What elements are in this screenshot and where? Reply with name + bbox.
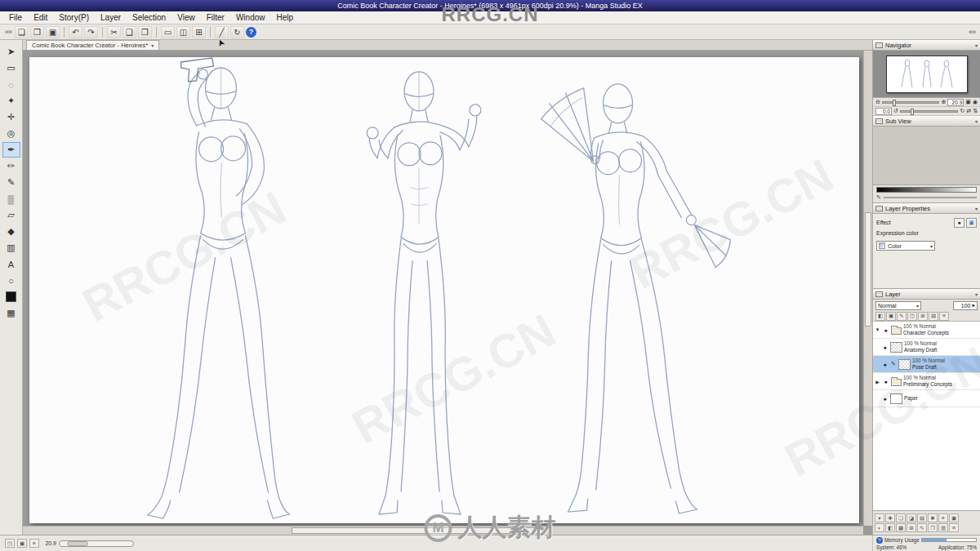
- snap-ruler-icon[interactable]: ▭: [161, 26, 175, 38]
- status-mode-icon[interactable]: ≡: [29, 539, 39, 548]
- visibility-eye-icon[interactable]: ●: [882, 379, 889, 384]
- visibility-eye-icon[interactable]: ●: [881, 396, 889, 402]
- enable-draft-icon[interactable]: ✎: [897, 312, 906, 321]
- visibility-eye-icon[interactable]: ●: [881, 344, 889, 350]
- navigator-zoom-slider[interactable]: [882, 101, 940, 104]
- cut-icon[interactable]: ✂: [107, 26, 121, 38]
- canvas-page[interactable]: [29, 57, 859, 523]
- visibility-eye-icon[interactable]: ●: [882, 327, 889, 333]
- navigator-menu-icon[interactable]: ▾: [975, 42, 978, 48]
- duplicate-icon[interactable]: ❐: [928, 523, 938, 532]
- vscroll-thumb[interactable]: [865, 212, 871, 327]
- canvas-area[interactable]: [23, 51, 872, 535]
- pattern-icon[interactable]: ▥: [938, 523, 948, 532]
- navigator-zoom-value[interactable]: 20.9: [947, 99, 964, 106]
- gradient-tool[interactable]: ▥: [2, 240, 20, 256]
- menu-story[interactable]: Story(P): [53, 13, 95, 22]
- canvas-vertical-scrollbar[interactable]: [863, 51, 872, 526]
- screentone-icon[interactable]: ▦: [896, 523, 906, 532]
- palette-color-icon[interactable]: ▤: [929, 312, 938, 321]
- document-tab[interactable]: Comic Book Character Creator - Heroines*…: [26, 40, 159, 50]
- quick-mask-icon[interactable]: ◐: [875, 523, 884, 532]
- paste-icon[interactable]: ❒: [138, 26, 152, 38]
- eyedropper-icon[interactable]: ✎: [876, 194, 881, 201]
- gradient-slider[interactable]: [884, 197, 977, 198]
- menu-help[interactable]: Help: [271, 13, 300, 22]
- status-zoom-slider[interactable]: [59, 540, 134, 547]
- rotate-left-icon[interactable]: ↺: [893, 108, 898, 114]
- clip-below-icon[interactable]: ◫: [907, 312, 917, 321]
- zoom-in-icon[interactable]: ⊕: [941, 99, 946, 105]
- move-tool[interactable]: ✛: [2, 109, 20, 125]
- main-color-swatch[interactable]: [2, 289, 20, 304]
- visibility-eye-icon[interactable]: ●: [881, 362, 889, 367]
- layer-row-preliminary-concepts[interactable]: ▶ ● 100 % Normal Preliminary Concepts: [873, 373, 980, 390]
- status-zoom-slider-thumb[interactable]: [67, 541, 88, 546]
- navigator-thumbnail[interactable]: [886, 56, 968, 93]
- layer-row-character-concepts[interactable]: ▼ ● 100 % Normal Character Concepts: [873, 322, 980, 339]
- lock-transparent-icon[interactable]: ◧: [875, 312, 885, 321]
- new-folder-icon[interactable]: ❏: [896, 513, 906, 522]
- merge-down-icon[interactable]: ◪: [906, 513, 916, 522]
- snap-special-ruler-icon[interactable]: ◫: [176, 26, 190, 38]
- select-tool[interactable]: ➤: [2, 44, 20, 60]
- layer-row-pose-draft[interactable]: ● ✎ 100 % Normal Pose Draft: [873, 356, 980, 373]
- collapse-left-icon[interactable]: «»: [3, 28, 13, 36]
- menu-edit[interactable]: Edit: [28, 13, 53, 22]
- help-icon[interactable]: ?: [246, 27, 256, 38]
- transfer-icon[interactable]: ▤: [917, 513, 927, 522]
- collapse-right-icon[interactable]: «»: [967, 28, 977, 36]
- undo-icon[interactable]: ↶: [69, 26, 82, 38]
- new-file-icon[interactable]: ❏: [15, 26, 29, 38]
- tone-effect-icon[interactable]: ▣: [966, 218, 977, 228]
- menu-filter[interactable]: Filter: [201, 13, 230, 22]
- menu-file[interactable]: File: [3, 13, 28, 22]
- blend-mode-select[interactable]: Normal ▾: [875, 301, 921, 310]
- menu-layer[interactable]: Layer: [95, 13, 127, 22]
- ruler-icon[interactable]: ╱: [215, 26, 229, 38]
- subview-menu-icon[interactable]: ▾: [975, 118, 978, 124]
- flip-horizontal-icon[interactable]: ⇄: [966, 108, 971, 114]
- expand-icon[interactable]: ▼: [875, 327, 880, 332]
- navigator-rotate-value[interactable]: 0.0: [875, 108, 892, 115]
- brush-tool[interactable]: ✎: [2, 175, 20, 190]
- expression-color-select[interactable]: Color ▾: [876, 241, 935, 251]
- reference-layer-icon[interactable]: ⊞: [918, 312, 928, 321]
- zoom-tool[interactable]: ◎: [2, 126, 20, 141]
- edit-layer-icon[interactable]: ✎: [917, 523, 927, 532]
- delete-layer-icon[interactable]: ✕: [939, 312, 949, 321]
- marquee-tool[interactable]: ▭: [2, 60, 20, 76]
- layer-color-icon[interactable]: ◧: [885, 523, 895, 532]
- rotate-right-icon[interactable]: ↻: [960, 108, 964, 114]
- status-zoom-value[interactable]: 20.9: [42, 540, 56, 546]
- lasso-tool[interactable]: ◌: [2, 77, 20, 92]
- actual-size-icon[interactable]: ◉: [973, 99, 978, 105]
- save-icon[interactable]: ▣: [46, 26, 60, 38]
- zoom-slider-thumb[interactable]: [893, 100, 896, 106]
- new-layer-icon[interactable]: ✚: [885, 513, 895, 522]
- open-file-icon[interactable]: ❐: [30, 26, 44, 38]
- expand-icon[interactable]: ▶: [875, 379, 880, 384]
- redo-icon[interactable]: ↷: [84, 26, 98, 38]
- lock-layer-icon[interactable]: ▣: [886, 312, 896, 321]
- mask-icon[interactable]: ▣: [949, 513, 959, 522]
- grid-icon[interactable]: ⊞: [906, 523, 916, 532]
- flip-vertical-icon[interactable]: ⇅: [973, 108, 978, 114]
- opacity-field[interactable]: 100 ▸: [953, 301, 978, 310]
- delete-icon[interactable]: ✖: [928, 513, 938, 522]
- layer-settings-icon[interactable]: ≡: [938, 513, 948, 522]
- airbrush-tool[interactable]: ▒: [2, 191, 20, 207]
- clear-icon[interactable]: ✕: [949, 523, 959, 532]
- pen-tool[interactable]: ✒: [2, 142, 20, 158]
- eraser-tool[interactable]: ▱: [2, 207, 20, 223]
- layer-properties-menu-icon[interactable]: ▾: [975, 206, 978, 211]
- layer-row-paper[interactable]: ● Paper: [873, 390, 980, 407]
- layer-menu-icon[interactable]: ▾: [875, 513, 884, 522]
- tab-dropdown-icon[interactable]: ▾: [151, 42, 154, 48]
- fit-to-screen-icon[interactable]: ▣: [965, 99, 971, 105]
- shape-tool[interactable]: ○: [2, 273, 20, 288]
- magic-wand-tool[interactable]: ✦: [2, 93, 20, 109]
- border-effect-icon[interactable]: ●: [954, 218, 964, 228]
- memory-help-icon[interactable]: ?: [876, 537, 883, 544]
- layer-row-anatomy-draft[interactable]: ● 100 % Normal Anatomy Draft: [873, 339, 980, 356]
